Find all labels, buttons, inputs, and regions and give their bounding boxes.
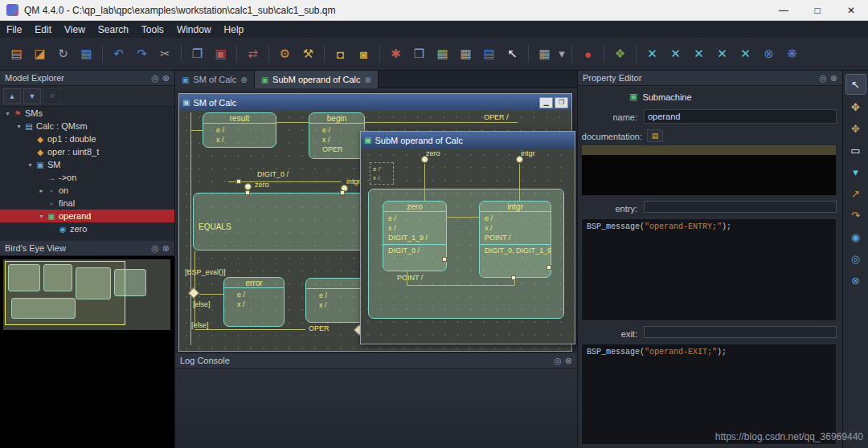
save-icon[interactable]: ▦ [76, 43, 97, 65]
tool-x-3-icon[interactable]: ✕ [688, 43, 710, 65]
log-console-content[interactable] [175, 369, 577, 448]
expander-icon[interactable]: ▾ [26, 161, 35, 169]
state-result[interactable]: result e / x / [203, 112, 276, 148]
tab-subm-operand[interactable]: ▣ SubM operand of Calc ⊗ [255, 71, 379, 88]
menu-help[interactable]: Help [218, 24, 251, 35]
tab-sm-of-calc[interactable]: ▣ SM of Calc ⊗ [175, 71, 255, 88]
merge-icon[interactable]: ⇄ [242, 43, 264, 65]
menu-file[interactable]: File [0, 24, 28, 35]
qspy-icon[interactable]: ❋ [781, 43, 803, 65]
unlock-icon[interactable]: ◙ [353, 43, 375, 65]
entry-point-intgr[interactable] [516, 156, 523, 163]
select-tool-icon[interactable]: ↖ [846, 75, 866, 94]
state-error[interactable]: error e / x / [223, 277, 285, 327]
menu-view[interactable]: View [58, 24, 92, 35]
state-begin[interactable]: begin e / x / OPER [309, 112, 365, 159]
build-icon[interactable]: ⚒ [297, 43, 319, 65]
tree-item-calc[interactable]: ▾ ▤ Calc : QMsm [0, 120, 174, 132]
tree-item-sm[interactable]: ▾ ▣ SM [0, 158, 174, 171]
cut-icon[interactable]: ✂ [154, 43, 176, 65]
float-panel-icon[interactable]: ◎ [554, 353, 562, 369]
entry-point-zero[interactable] [244, 183, 252, 190]
doc-edit-button[interactable]: ▤ [647, 129, 663, 142]
tool-x-2-icon[interactable]: ✕ [665, 43, 686, 65]
tree-item-on[interactable]: ▸ ▪ on [0, 184, 174, 197]
close-panel-icon[interactable]: ⊗ [162, 71, 170, 86]
maximize-button[interactable]: □ [800, 0, 834, 21]
menu-edit[interactable]: Edit [28, 24, 58, 35]
move-down-button[interactable]: ▼ [23, 88, 41, 104]
tree-item-zero[interactable]: ◉ zero [0, 222, 174, 235]
copy-icon[interactable]: ❐ [186, 43, 208, 65]
float-panel-icon[interactable]: ◎ [819, 71, 827, 86]
state-tool-icon[interactable]: ▭ [846, 141, 866, 160]
entry-field[interactable] [644, 201, 837, 213]
tool-x-1-icon[interactable]: ✕ [641, 43, 663, 65]
new-model-icon[interactable]: ▤ [6, 43, 27, 65]
entry-code-editor[interactable]: BSP_message("operand-ENTRY;"); [581, 218, 837, 321]
record-icon[interactable]: ● [577, 43, 599, 65]
close-panel-icon[interactable]: ⊗ [565, 353, 572, 369]
subm-operand-window[interactable]: ▣ SubM operand of Calc zero intgr e / x … [360, 131, 575, 344]
grid-icon[interactable]: ▦ [534, 43, 555, 65]
paste-icon[interactable]: ▣ [210, 43, 231, 65]
mdi-minimize-button[interactable]: ▁ [539, 97, 553, 108]
critic-icon[interactable]: ✱ [385, 43, 407, 65]
tree-item-oper[interactable]: ◆ oper : uint8_t [0, 145, 174, 158]
mdi-maximize-button[interactable]: ❐ [555, 97, 568, 108]
titlebar[interactable]: QM 4.4.0 - C:\qp_lab\qpc\examples\workst… [0, 0, 868, 21]
minimap[interactable] [3, 259, 170, 330]
expander-icon[interactable]: ▸ [37, 187, 46, 194]
undo-icon[interactable]: ↶ [108, 43, 129, 65]
mdi-window-titlebar[interactable]: ▣ SM of Calc ▁ ❐ [179, 94, 571, 111]
entry-point-tool-icon[interactable]: ◎ [846, 249, 866, 268]
reload-icon[interactable]: ↻ [52, 43, 74, 65]
exit-code-editor[interactable]: BSP_message("operand-EXIT;"); [581, 344, 837, 445]
image-copy-icon[interactable]: ▦ [455, 43, 477, 65]
tab-close-icon[interactable]: ⊗ [240, 75, 247, 84]
exit-point-tool-icon[interactable]: ⊗ [846, 271, 866, 290]
lock-icon[interactable]: ◘ [330, 43, 351, 65]
menu-tools[interactable]: Tools [135, 24, 170, 35]
float-panel-icon[interactable]: ◎ [151, 71, 159, 86]
more-tools-icon[interactable]: ▾ [846, 162, 866, 181]
state-intgr[interactable]: intgr e / x / POINT / DIGIT_0, DIGIT_1_9 [479, 201, 551, 278]
tree-item-initial-on[interactable]: → ->on [0, 171, 174, 184]
float-panel-icon[interactable]: ◎ [151, 241, 159, 256]
state-unnamed[interactable]: e / x / [305, 278, 365, 323]
generate-code-icon[interactable]: ⚙ [274, 43, 296, 65]
state-zero[interactable]: zero e / x / DIGIT_1_9 / DIGIT_0 / [383, 201, 447, 271]
name-input[interactable] [644, 109, 837, 124]
clear-filter-button[interactable]: ✕ [43, 88, 61, 104]
grid-dropdown-icon[interactable]: ▾ [557, 43, 567, 65]
tree-item-sms[interactable]: ▾ ⚑ SMs [0, 107, 174, 120]
minimap-viewport[interactable] [5, 261, 125, 325]
tab-close-icon[interactable]: ⊗ [365, 75, 371, 84]
documentation-textarea[interactable] [581, 145, 837, 196]
pan-tool-icon[interactable]: ✥ [846, 97, 866, 116]
mdi-window-titlebar[interactable]: ▣ SubM operand of Calc [361, 132, 575, 149]
redo-icon[interactable]: ↷ [131, 43, 153, 65]
pointer-mode-icon[interactable]: ↖ [502, 43, 523, 65]
tool-x-4-icon[interactable]: ✕ [711, 43, 733, 65]
grab-tool-icon[interactable]: ✥ [846, 119, 866, 138]
tree-item-final[interactable]: ▪ final [0, 197, 174, 210]
exit-field[interactable] [644, 326, 837, 338]
transition-tool-icon[interactable]: ↗ [846, 184, 866, 203]
close-panel-icon[interactable]: ⊗ [162, 241, 170, 256]
open-model-icon[interactable]: ◪ [29, 43, 51, 65]
self-transition-tool-icon[interactable]: ↷ [846, 206, 866, 225]
close-button[interactable]: ✕ [834, 0, 868, 21]
tree-item-operand-selected[interactable]: ▾ ▣ operand [0, 210, 174, 222]
initial-tool-icon[interactable]: ◉ [846, 227, 866, 246]
entry-point-zero[interactable] [421, 156, 428, 163]
expander-icon[interactable]: ▾ [3, 110, 12, 117]
move-up-button[interactable]: ▲ [3, 88, 21, 104]
window-view-icon[interactable]: ❒ [408, 43, 430, 65]
close-panel-icon[interactable]: ⊗ [830, 71, 837, 86]
cancel-icon[interactable]: ⊗ [758, 43, 780, 65]
tool-x-5-icon[interactable]: ✕ [735, 43, 756, 65]
expander-icon[interactable]: ▾ [37, 213, 46, 220]
log-view-icon[interactable]: ▤ [478, 43, 500, 65]
image-view-icon[interactable]: ▦ [432, 43, 453, 65]
